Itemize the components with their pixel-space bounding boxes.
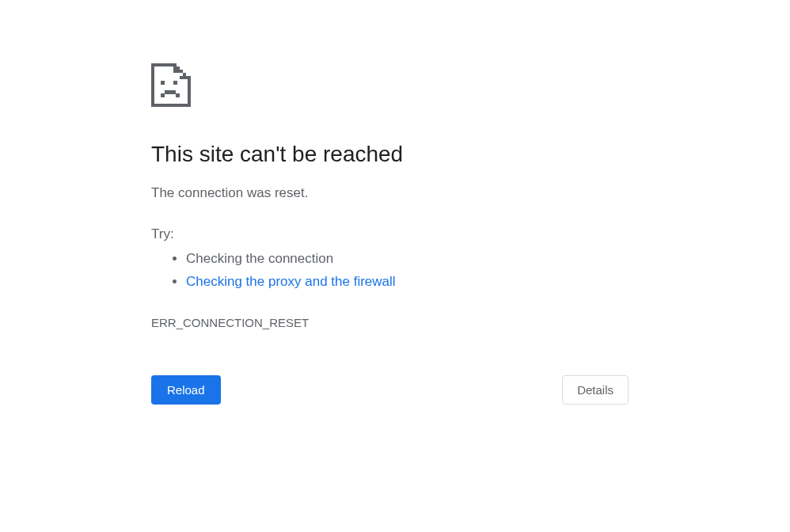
sad-file-icon [151,63,648,110]
proxy-firewall-link[interactable]: Checking the proxy and the firewall [186,274,396,289]
error-page-container: This site can't be reached The connectio… [142,0,648,405]
svg-rect-10 [180,76,191,79]
svg-rect-15 [176,93,180,97]
error-heading: This site can't be reached [151,140,648,169]
svg-rect-11 [161,81,165,85]
svg-rect-12 [173,81,177,85]
error-subtext: The connection was reset. [151,183,648,203]
reload-button[interactable]: Reload [151,375,221,405]
svg-rect-13 [161,93,165,97]
svg-rect-5 [173,70,180,73]
suggestion-text: Checking the connection [186,251,333,266]
suggestion-list: Checking the connection Checking the pro… [151,247,648,294]
suggestion-item: Checking the proxy and the firewall [186,270,648,294]
svg-rect-14 [165,90,176,94]
button-row: Reload Details [151,375,648,405]
details-button[interactable]: Details [562,375,629,405]
svg-rect-1 [151,63,177,66]
try-label: Try: [151,226,648,242]
svg-rect-3 [188,78,191,107]
error-code: ERR_CONNECTION_RESET [151,316,648,329]
svg-rect-8 [183,73,186,76]
svg-rect-0 [151,63,154,107]
svg-rect-6 [177,66,180,70]
svg-rect-7 [180,70,183,73]
suggestion-item: Checking the connection [186,247,648,271]
svg-rect-2 [151,104,191,107]
